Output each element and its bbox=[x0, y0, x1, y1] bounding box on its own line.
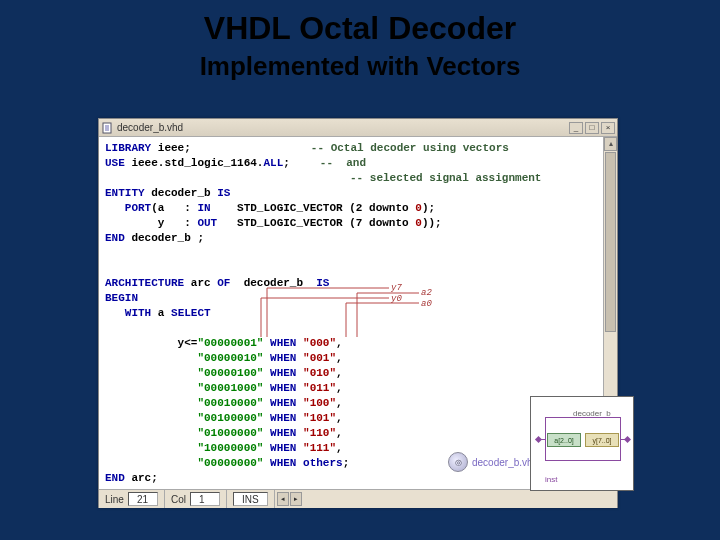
inst-label: inst bbox=[545, 475, 557, 484]
disc-icon: ◎ bbox=[448, 452, 468, 472]
file-chip[interactable]: ◎ decoder_b.vhd bbox=[448, 452, 538, 472]
scroll-thumb[interactable] bbox=[605, 152, 616, 332]
status-right-icon[interactable]: ▸ bbox=[290, 492, 302, 506]
titlebar[interactable]: decoder_b.vhd _ □ × bbox=[99, 119, 617, 137]
annot-y0: y0 bbox=[391, 292, 402, 307]
page-title: VHDL Octal Decoder bbox=[0, 0, 720, 47]
window-title: decoder_b.vhd bbox=[117, 122, 569, 133]
file-chip-label: decoder_b.vhd bbox=[472, 457, 538, 468]
status-left-icon[interactable]: ◂ bbox=[277, 492, 289, 506]
statusbar: Line 21 Col 1 INS ◂ ▸ bbox=[99, 490, 617, 508]
status-col: Col 1 bbox=[165, 490, 227, 508]
status-col-value: 1 bbox=[190, 492, 220, 506]
close-button[interactable]: × bbox=[601, 122, 615, 134]
minimize-button[interactable]: _ bbox=[569, 122, 583, 134]
port-a: a[2..0] bbox=[547, 433, 581, 447]
symbol-diagram: decoder_b a[2..0] y[7..0] inst bbox=[530, 396, 634, 491]
annot-a0: a0 bbox=[421, 297, 432, 312]
scroll-up-icon[interactable]: ▴ bbox=[604, 137, 617, 151]
file-icon bbox=[101, 122, 113, 134]
page-subtitle: Implemented with Vectors bbox=[0, 47, 720, 92]
status-ins[interactable]: INS bbox=[227, 490, 275, 508]
maximize-button[interactable]: □ bbox=[585, 122, 599, 134]
status-line-value: 21 bbox=[128, 492, 158, 506]
status-line: Line 21 bbox=[99, 490, 165, 508]
port-y: y[7..0] bbox=[585, 433, 619, 447]
